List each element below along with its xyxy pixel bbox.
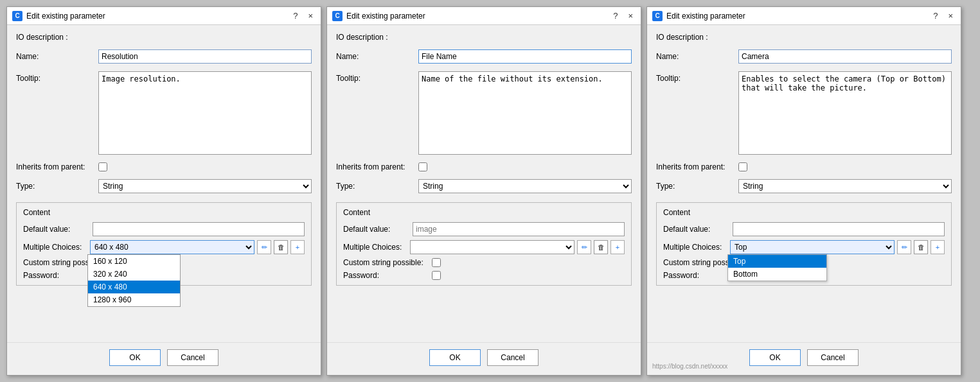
type-select-1[interactable]: String: [98, 179, 312, 193]
title-bar-left-2: C Edit existing parameter: [332, 11, 425, 21]
io-description-label-3: IO description :: [656, 33, 952, 42]
add-choices-btn-2[interactable]: +: [610, 240, 625, 254]
delete-choices-btn-1[interactable]: 🗑: [274, 240, 288, 254]
inherits-checkbox-2[interactable]: [418, 162, 427, 171]
name-label-3: Name:: [656, 52, 733, 61]
ok-button-1[interactable]: OK: [109, 349, 161, 366]
multiple-choices-label-3: Multiple Choices:: [663, 243, 727, 252]
multiple-choices-row-1: Multiple Choices: 160 x 120 320 x 240 64…: [23, 240, 305, 254]
add-choices-btn-3[interactable]: +: [931, 240, 945, 254]
tooltip-textarea-3[interactable]: Enables to select the camera (Top or Bot…: [738, 71, 952, 155]
inherits-label-1: Inherits from parent:: [16, 162, 93, 171]
dropdown-popup-item-3-1[interactable]: Top: [728, 255, 826, 268]
help-button-3[interactable]: ?: [931, 10, 940, 21]
content-title-1: Content: [23, 208, 305, 217]
inherits-checkbox-3[interactable]: [738, 162, 747, 171]
edit-choices-btn-3[interactable]: ✏: [897, 240, 911, 254]
close-button-2[interactable]: ×: [625, 10, 636, 21]
content-title-3: Content: [663, 208, 945, 217]
help-button-1[interactable]: ?: [290, 10, 300, 21]
inherits-label-3: Inherits from parent:: [656, 162, 733, 171]
multiple-choices-row-2: Multiple Choices: ✏ 🗑 +: [343, 240, 625, 254]
inherits-checkbox-1[interactable]: [98, 162, 107, 171]
title-bar-3: C Edit existing parameter ? ×: [647, 7, 961, 25]
default-value-input-2[interactable]: [413, 222, 625, 236]
title-bar-left-3: C Edit existing parameter: [652, 11, 745, 21]
name-input-2[interactable]: [418, 49, 632, 64]
dialog-footer-2: OK Cancel: [327, 342, 641, 375]
password-row-2: Password:: [343, 271, 625, 280]
content-section-2: Content Default value: Multiple Choices:…: [336, 202, 632, 286]
multiple-choices-label-1: Multiple Choices:: [23, 243, 87, 252]
dropdown-item-1-3[interactable]: 640 x 480: [88, 281, 180, 293]
app-icon-2: C: [332, 11, 343, 21]
delete-choices-btn-2[interactable]: 🗑: [594, 240, 608, 254]
multiple-choices-label-2: Multiple Choices:: [343, 243, 407, 252]
close-button-3[interactable]: ×: [945, 10, 956, 21]
name-label-2: Name:: [336, 52, 413, 61]
type-label-1: Type:: [16, 182, 93, 191]
multiple-choices-select-3[interactable]: Top Bottom: [730, 240, 895, 254]
close-button-1[interactable]: ×: [305, 10, 316, 21]
type-row-3: Type: String: [656, 179, 952, 193]
inherits-row-2: Inherits from parent:: [336, 162, 632, 171]
ok-button-3[interactable]: OK: [749, 349, 801, 366]
inherits-label-2: Inherits from parent:: [336, 162, 413, 171]
inherits-row-1: Inherits from parent:: [16, 162, 312, 171]
dropdown-item-1-4[interactable]: 1280 x 960: [88, 293, 180, 306]
multiple-choices-select-2[interactable]: [410, 240, 575, 254]
type-row-2: Type: String: [336, 179, 632, 193]
io-description-label-2: IO description :: [336, 33, 632, 42]
name-input-1[interactable]: [98, 49, 312, 64]
cancel-button-3[interactable]: Cancel: [807, 349, 859, 366]
dialog-body-3: IO description : Name: Tooltip: Enables …: [647, 25, 961, 342]
tooltip-textarea-2[interactable]: Name of the file without its extension.: [418, 71, 632, 155]
add-choices-btn-1[interactable]: +: [290, 240, 305, 254]
dialog-1: C Edit existing parameter ? × IO descrip…: [6, 6, 321, 376]
type-select-2[interactable]: String: [418, 179, 632, 193]
help-button-2[interactable]: ?: [610, 10, 620, 21]
tooltip-row-3: Tooltip: Enables to select the camera (T…: [656, 71, 952, 155]
ok-button-2[interactable]: OK: [429, 349, 481, 366]
default-value-label-1: Default value:: [23, 225, 87, 234]
title-bar-right-2: ? ×: [610, 10, 636, 21]
default-value-input-3[interactable]: [733, 222, 945, 236]
cancel-button-1[interactable]: Cancel: [167, 349, 218, 366]
password-checkbox-2[interactable]: [432, 271, 441, 280]
content-title-2: Content: [343, 208, 625, 217]
dropdown-popup-item-3-2[interactable]: Bottom: [728, 268, 826, 281]
dropdown-list-1: 160 x 120 320 x 240 640 x 480 1280 x 960: [87, 254, 181, 307]
cancel-button-2[interactable]: Cancel: [487, 349, 539, 366]
default-value-label-3: Default value:: [663, 225, 727, 234]
multiple-choices-row-3: Multiple Choices: Top Bottom ✏ 🗑 + Top B…: [663, 240, 945, 254]
dropdown-item-1-2[interactable]: 320 x 240: [88, 268, 180, 281]
custom-string-row-2: Custom string possible:: [343, 258, 625, 267]
delete-choices-btn-3[interactable]: 🗑: [914, 240, 928, 254]
password-label-2: Password:: [343, 271, 427, 280]
dialog-title-3: Edit existing parameter: [666, 12, 745, 21]
default-value-input-1[interactable]: [93, 222, 305, 236]
name-row-3: Name:: [656, 49, 952, 64]
type-select-3[interactable]: String: [738, 179, 952, 193]
dropdown-item-1-1[interactable]: 160 x 120: [88, 255, 180, 268]
content-section-3: Content Default value: Multiple Choices:…: [656, 202, 952, 286]
edit-choices-btn-1[interactable]: ✏: [257, 240, 271, 254]
title-bar-right-1: ? ×: [290, 10, 316, 21]
default-value-row-2: Default value:: [343, 222, 625, 236]
dialog-3: C Edit existing parameter ? × IO descrip…: [646, 6, 961, 376]
name-input-3[interactable]: [738, 49, 952, 64]
tooltip-label-1: Tooltip:: [16, 71, 93, 83]
type-label-2: Type:: [336, 182, 413, 191]
dialog-title-1: Edit existing parameter: [26, 12, 105, 21]
custom-string-checkbox-2[interactable]: [432, 258, 441, 267]
multiple-choices-select-1[interactable]: 160 x 120 320 x 240 640 x 480 1280 x 960: [90, 240, 254, 254]
app-icon-3: C: [652, 11, 663, 21]
name-label-1: Name:: [16, 52, 93, 61]
watermark-3: https://blog.csdn.net/xxxxx: [652, 363, 727, 370]
tooltip-row-2: Tooltip: Name of the file without its ex…: [336, 71, 632, 155]
dialog-footer-1: OK Cancel: [7, 342, 321, 375]
default-value-label-2: Default value:: [343, 225, 407, 234]
edit-choices-btn-2[interactable]: ✏: [577, 240, 591, 254]
title-bar-2: C Edit existing parameter ? ×: [327, 7, 641, 25]
tooltip-textarea-1[interactable]: Image resolution.: [98, 71, 312, 155]
